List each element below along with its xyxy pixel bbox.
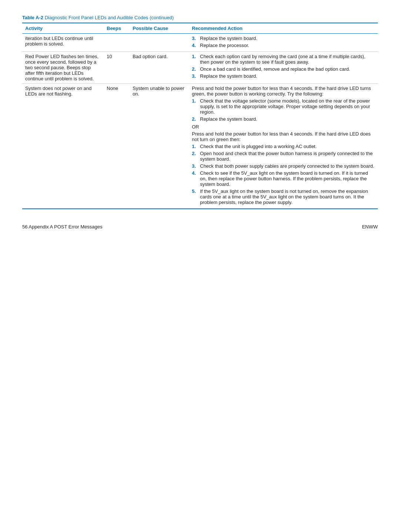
header-action: Recommended Action	[189, 23, 378, 34]
cause-cell: Bad option card.	[130, 52, 189, 84]
action-item: 2. Once a bad card is identified, remove…	[192, 66, 375, 72]
table-row: Red Power LED flashes ten times, once ev…	[22, 52, 378, 84]
table-row: iteration but LEDs continue until proble…	[22, 34, 378, 52]
header-activity: Activity	[22, 23, 104, 34]
action-item: 3. Replace the system board.	[192, 73, 375, 79]
or-label: OR	[192, 124, 375, 130]
action-item: 1. Check that the unit is plugged into a…	[192, 144, 375, 149]
action-item: 2. Open hood and check that the power bu…	[192, 151, 375, 162]
action-item: 1. Check each option card by removing th…	[192, 54, 375, 65]
page-footer: 56 Appendix A POST Error Messages ENWW	[22, 224, 378, 230]
action-cell: Press and hold the power button for less…	[189, 84, 378, 209]
header-cause: Possible Cause	[130, 23, 189, 34]
activity-cell: iteration but LEDs continue until proble…	[22, 34, 104, 52]
action-item: 5. If the 5V_aux light on the system boa…	[192, 188, 375, 205]
activity-cell: Red Power LED flashes ten times, once ev…	[22, 52, 104, 84]
footer-left: 56 Appendix A POST Error Messages	[22, 224, 103, 230]
action-item: 4. Replace the processor.	[192, 43, 375, 48]
beeps-cell: None	[104, 84, 130, 209]
action-item: 3. Replace the system board.	[192, 36, 375, 41]
beeps-cell	[104, 34, 130, 52]
action-intro-2: Press and hold the power button for less…	[192, 131, 375, 142]
beeps-cell: 10	[104, 52, 130, 84]
action-cell: 1. Check each option card by removing th…	[189, 52, 378, 84]
action-cell: 3. Replace the system board. 4. Replace …	[189, 34, 378, 52]
table-row: System does not power on and LEDs are no…	[22, 84, 378, 209]
header-beeps: Beeps	[104, 23, 130, 34]
main-table: Activity Beeps Possible Cause Recommende…	[22, 23, 378, 209]
cause-cell: System unable to power on.	[130, 84, 189, 209]
footer-right: ENWW	[362, 224, 378, 230]
action-item: 3. Check that both power supply cables a…	[192, 163, 375, 169]
action-intro: Press and hold the power button for less…	[192, 86, 375, 97]
action-item: 2. Replace the system board.	[192, 116, 375, 122]
table-title: Table A-2 Diagnostic Front Panel LEDs an…	[22, 15, 378, 20]
cause-cell	[130, 34, 189, 52]
action-item: 4. Check to see if the 5V_aux light on t…	[192, 170, 375, 187]
table-header-row: Activity Beeps Possible Cause Recommende…	[22, 23, 378, 34]
action-item: 1. Check that the voltage selector (some…	[192, 98, 375, 115]
activity-cell: System does not power on and LEDs are no…	[22, 84, 104, 209]
